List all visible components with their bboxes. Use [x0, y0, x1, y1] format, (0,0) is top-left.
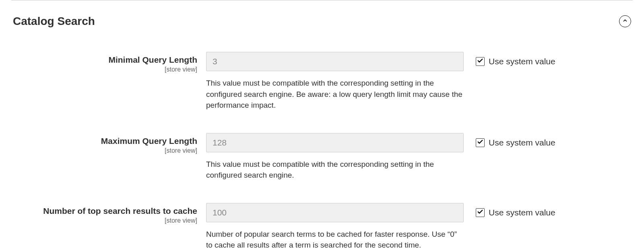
section-header: Catalog Search [0, 0, 644, 32]
use-system-col: Use system value [464, 203, 555, 217]
use-system-checkbox[interactable] [476, 57, 485, 66]
chevron-up-icon [622, 18, 628, 25]
field-row-top-search-cache: Number of top search results to cache [s… [13, 203, 631, 250]
maximum-query-length-input[interactable] [206, 133, 464, 152]
field-input-col: Number of popular search terms to be cac… [206, 203, 464, 250]
use-system-label[interactable]: Use system value [489, 138, 555, 148]
field-label-col: Minimal Query Length [store view] [13, 52, 206, 73]
field-label: Number of top search results to cache [13, 205, 197, 216]
field-input-col: This value must be compatible with the c… [206, 52, 464, 111]
field-help: Number of popular search terms to be cac… [206, 229, 464, 250]
check-icon [477, 139, 483, 147]
field-input-col: This value must be compatible with the c… [206, 133, 464, 181]
form-rows: Minimal Query Length [store view] This v… [0, 32, 644, 250]
use-system-label[interactable]: Use system value [489, 57, 555, 66]
field-row-maximum-query-length: Maximum Query Length [store view] This v… [13, 133, 631, 181]
use-system-label[interactable]: Use system value [489, 208, 555, 217]
field-label-col: Number of top search results to cache [s… [13, 203, 206, 224]
use-system-checkbox[interactable] [476, 208, 485, 217]
field-label-col: Maximum Query Length [store view] [13, 133, 206, 154]
use-system-col: Use system value [464, 133, 555, 148]
field-scope: [store view] [13, 147, 197, 154]
field-row-minimal-query-length: Minimal Query Length [store view] This v… [13, 52, 631, 111]
field-scope: [store view] [13, 217, 197, 224]
check-icon [477, 57, 483, 66]
cache-count-input[interactable] [206, 203, 464, 222]
check-icon [477, 209, 483, 217]
section-title: Catalog Search [13, 15, 95, 28]
collapse-button[interactable] [619, 15, 631, 27]
field-scope: [store view] [13, 66, 197, 73]
use-system-col: Use system value [464, 52, 555, 66]
field-help: This value must be compatible with the c… [206, 78, 464, 111]
use-system-checkbox[interactable] [476, 138, 485, 147]
minimal-query-length-input[interactable] [206, 52, 464, 71]
field-help: This value must be compatible with the c… [206, 159, 464, 181]
field-label: Maximum Query Length [13, 135, 197, 146]
field-label: Minimal Query Length [13, 54, 197, 65]
